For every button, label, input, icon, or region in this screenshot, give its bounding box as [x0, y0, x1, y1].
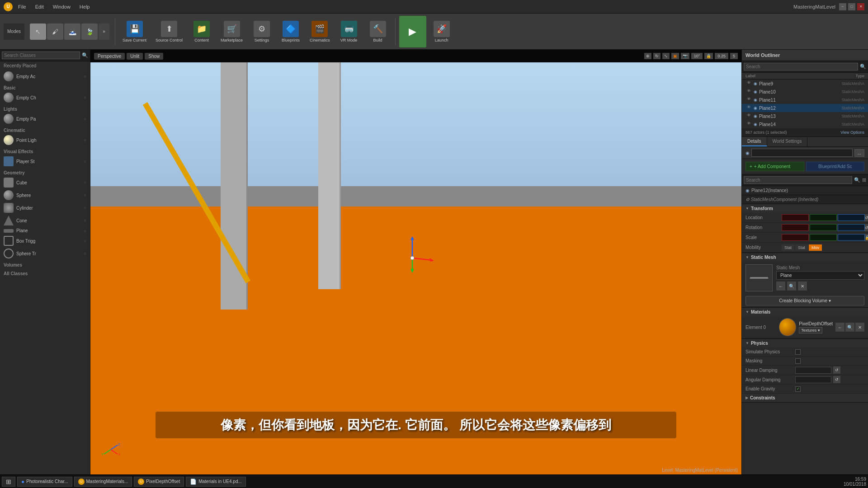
create-blocking-btn[interactable]: Create Blocking Volume ▾: [745, 296, 864, 305]
tool-expand-icon[interactable]: »: [99, 23, 109, 40]
taskbar-chrome[interactable]: ● Photorealistic Char...: [17, 477, 72, 487]
perspective-button[interactable]: Perspective: [94, 53, 125, 60]
viewport-icon-snap[interactable]: 🔒: [704, 53, 713, 59]
left-item-cube[interactable]: Cube ○: [0, 176, 90, 189]
rotation-y-input[interactable]: 0.0°: [810, 224, 837, 231]
rotation-reset-btn[interactable]: ↺: [865, 224, 868, 231]
view-options-btn[interactable]: View Options: [840, 130, 864, 135]
outliner-item-plane9[interactable]: 👁 ◉ Plane9 StaticMeshA: [742, 80, 868, 88]
menu-file[interactable]: File: [16, 3, 28, 10]
menu-help[interactable]: Help: [78, 3, 92, 10]
blueprints-button[interactable]: 🔷 Blueprints: [277, 16, 304, 47]
category-visual-effects[interactable]: Visual Effects: [0, 146, 90, 155]
outliner-item-plane12[interactable]: 👁 ◉ Plane12 StaticMeshA: [742, 104, 868, 112]
content-button[interactable]: 📁 Content: [188, 16, 215, 47]
scale-x-input[interactable]: 4.0: [782, 234, 809, 241]
mobility-movable-btn[interactable]: Mov: [809, 244, 822, 251]
viewport-icon-surface[interactable]: ▣: [671, 53, 679, 59]
viewport-snap-value[interactable]: 0.25: [715, 53, 728, 59]
enable-gravity-checkbox[interactable]: [795, 386, 801, 392]
tab-world-settings[interactable]: World Settings: [767, 137, 808, 146]
location-x-input[interactable]: 10183.0: [782, 214, 809, 221]
unlit-button[interactable]: Unlit: [127, 53, 143, 60]
show-button[interactable]: Show: [145, 53, 163, 60]
left-item-sphere-tr[interactable]: Sphere Tr ○: [0, 247, 90, 260]
left-item-empty-ac[interactable]: Empty Ac ○: [0, 70, 90, 83]
menu-edit[interactable]: Edit: [33, 3, 46, 10]
material-clear-btn[interactable]: ✕: [855, 323, 864, 332]
marketplace-button[interactable]: 🛒 Marketplace: [217, 16, 246, 47]
left-item-cone[interactable]: Cone ○: [0, 214, 90, 227]
details-browse-btn[interactable]: ...: [854, 149, 864, 157]
left-item-player-st[interactable]: Player St ○: [0, 155, 90, 168]
category-all-classes[interactable]: All Classes: [0, 268, 90, 277]
linear-damp-reset[interactable]: ↺: [833, 366, 840, 374]
eye-icon-plane14[interactable]: 👁: [745, 121, 752, 127]
source-control-button[interactable]: ⬆ Source Control: [152, 16, 186, 47]
cinematics-button[interactable]: 🎬 Cinematics: [306, 16, 334, 47]
taskbar-start[interactable]: ⊞: [2, 477, 15, 487]
taskbar-pixeldepth[interactable]: U PixelDepthOffset: [134, 477, 184, 487]
play-button[interactable]: ▶: [399, 16, 426, 47]
location-y-input[interactable]: -89.0: [810, 214, 837, 221]
rotation-z-input[interactable]: 0.0°: [838, 224, 865, 231]
mesh-find-btn[interactable]: 🔍: [787, 282, 796, 291]
static-mesh-header[interactable]: ▼ Static Mesh: [742, 253, 868, 262]
settings-button[interactable]: ⚙ Settings: [248, 16, 275, 47]
mobility-static-btn[interactable]: Stat: [782, 244, 794, 251]
eye-icon-plane12[interactable]: 👁: [745, 105, 752, 111]
blueprint-button[interactable]: Blueprint/Add Sc: [806, 162, 865, 171]
search-classes-input[interactable]: [2, 52, 80, 59]
scale-z-input[interactable]: 4.0: [838, 234, 865, 241]
viewport-icon-translate[interactable]: ⊕: [644, 53, 651, 59]
textures-btn[interactable]: Textures ▾: [799, 327, 822, 333]
outliner-item-plane13[interactable]: 👁 ◉ Plane13 StaticMeshA: [742, 112, 868, 120]
menu-window[interactable]: Window: [51, 3, 72, 10]
launch-button[interactable]: 🚀 Launch: [428, 16, 455, 47]
rotation-x-input[interactable]: -0.00°: [782, 224, 809, 231]
location-reset-btn[interactable]: ↺: [865, 214, 868, 221]
viewport[interactable]: Perspective Unlit Show ⊕ ↻ ⤡ ▣ 📷 10° 🔒 0…: [90, 50, 741, 474]
scale-y-input[interactable]: 4.0: [810, 234, 837, 241]
scale-reset-btn[interactable]: 🔒: [865, 234, 868, 241]
linear-damp-input[interactable]: 0.01: [795, 367, 831, 374]
left-item-plane[interactable]: Plane ○: [0, 227, 90, 235]
outliner-item-plane14[interactable]: 👁 ◉ Plane14 StaticMeshA: [742, 120, 868, 128]
build-button[interactable]: 🔨 Build: [364, 16, 392, 47]
vr-mode-button[interactable]: 🥽 VR Mode: [335, 16, 363, 47]
tab-details[interactable]: Details: [742, 137, 767, 146]
category-geometry[interactable]: Geometry: [0, 168, 90, 176]
category-cinematic[interactable]: Cinematic: [0, 125, 90, 134]
left-item-point-light[interactable]: Point Ligh ○: [0, 134, 90, 146]
material-browse-btn[interactable]: ←: [835, 323, 844, 332]
viewport-grid-size[interactable]: 10°: [691, 53, 703, 59]
viewport-icon-rotate[interactable]: ↻: [653, 53, 660, 59]
viewport-icon-camera[interactable]: 📷: [681, 53, 689, 59]
details-layout-icon[interactable]: ⊞: [862, 177, 866, 183]
angular-damp-input[interactable]: 0.0: [795, 376, 831, 383]
material-find-btn[interactable]: 🔍: [845, 323, 854, 332]
minimize-button[interactable]: −: [839, 3, 846, 10]
left-item-sphere[interactable]: Sphere ○: [0, 189, 90, 202]
viewport-fov[interactable]: 5: [730, 53, 738, 59]
mesh-browse-btn[interactable]: ←: [776, 282, 785, 291]
tool-foliage-icon[interactable]: 🍃: [81, 23, 98, 40]
close-button[interactable]: ✕: [857, 3, 864, 10]
eye-icon-plane10[interactable]: 👁: [745, 89, 752, 95]
outliner-item-plane10[interactable]: 👁 ◉ Plane10 StaticMeshA: [742, 88, 868, 96]
outliner-search-input[interactable]: [744, 63, 858, 70]
eye-icon-plane13[interactable]: 👁: [745, 113, 752, 119]
recently-placed-header[interactable]: Recently Placed: [0, 61, 90, 70]
left-item-box-trigg[interactable]: Box Trigg ○: [0, 235, 90, 247]
category-basic[interactable]: Basic: [0, 83, 90, 91]
maximize-button[interactable]: □: [848, 3, 855, 10]
modes-button[interactable]: Modes: [4, 23, 24, 40]
tool-landscape-icon[interactable]: 🗻: [64, 23, 80, 40]
left-item-cylinder[interactable]: Cylinder ○: [0, 202, 90, 214]
constraints-header[interactable]: ▶ Constraints: [742, 394, 868, 402]
transform-section-header[interactable]: ▼ Transform: [742, 204, 868, 213]
outliner-item-plane11[interactable]: 👁 ◉ Plane11 StaticMeshA: [742, 96, 868, 104]
left-item-empty-pa[interactable]: Empty Pa ○: [0, 113, 90, 125]
eye-icon-plane11[interactable]: 👁: [745, 97, 752, 103]
tool-select-icon[interactable]: ↖: [30, 23, 46, 40]
